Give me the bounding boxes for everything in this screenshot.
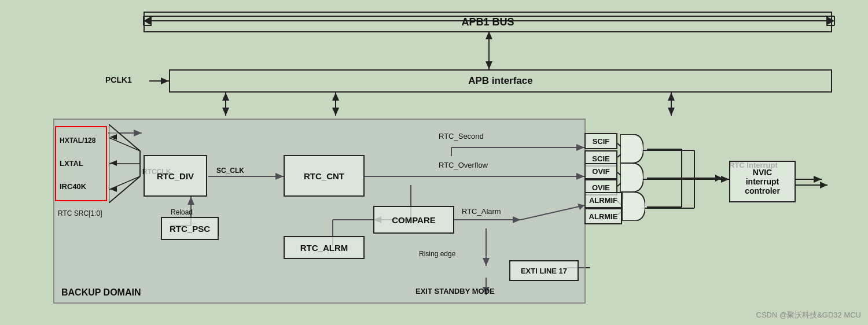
clock-source-hxtal: HXTAL/128 bbox=[60, 136, 102, 145]
svg-marker-14 bbox=[222, 108, 229, 116]
and-output-lines bbox=[647, 133, 740, 237]
apb1-bus-box: APB1 BUS bbox=[144, 12, 832, 32]
backup-domain-label: BACKUP DOMAIN bbox=[61, 287, 141, 298]
nvic-block: NVIC interrupt controler bbox=[729, 161, 796, 202]
rtc-div-block: RTC_DIV bbox=[144, 155, 207, 197]
svg-marker-18 bbox=[332, 93, 339, 101]
clock-source-lxtal: LXTAL bbox=[60, 159, 102, 168]
rtc-cnt-block: RTC_CNT bbox=[284, 155, 365, 197]
svg-marker-21 bbox=[668, 93, 675, 101]
mux-shape bbox=[109, 124, 141, 203]
svg-marker-12 bbox=[161, 77, 169, 84]
clock-sources-box: HXTAL/128 LXTAL IRC40K bbox=[55, 126, 107, 201]
and-gate-1 bbox=[620, 134, 643, 163]
svg-marker-20 bbox=[668, 108, 675, 116]
rtc-second-label: RTC_Second bbox=[439, 132, 484, 141]
svg-marker-84 bbox=[715, 175, 722, 182]
and-gate-3 bbox=[622, 192, 645, 221]
rtc-alarm-label: RTC_Alarm bbox=[462, 207, 501, 216]
rtc-alrm-block: RTC_ALRM bbox=[284, 236, 365, 259]
svg-marker-15 bbox=[222, 93, 229, 101]
rtc-diagram: APB1 BUS APB interface PCLK1 BACKUP DOMA… bbox=[0, 0, 868, 325]
apb1-bus-label: APB1 BUS bbox=[461, 16, 514, 28]
svg-marker-17 bbox=[332, 108, 339, 116]
rising-edge-label: Rising edge bbox=[419, 250, 455, 258]
svg-marker-10 bbox=[486, 31, 492, 39]
reload-label: Reload bbox=[171, 208, 193, 216]
watermark: CSDN @聚沃科技&GD32 MCU bbox=[756, 310, 862, 320]
apb-interface-box: APB interface bbox=[169, 69, 832, 93]
svg-marker-9 bbox=[486, 61, 492, 69]
pclk1-label: PCLK1 bbox=[105, 75, 132, 84]
and-gate-2 bbox=[620, 163, 643, 192]
scif-block: SCIF bbox=[584, 133, 617, 149]
sc-clk-label: SC_CLK bbox=[216, 167, 244, 175]
alrmif-block: ALRMIF bbox=[584, 192, 622, 208]
compare-block: COMPARE bbox=[373, 206, 454, 234]
clock-source-irc40k: IRC40K bbox=[60, 182, 102, 191]
exit-standby-label: EXIT STANDBY MODE bbox=[415, 287, 495, 296]
rtc-src-label: RTC SRC[1:0] bbox=[58, 209, 102, 217]
nvic-output-arrow bbox=[796, 179, 836, 191]
apb-interface-label: APB interface bbox=[468, 75, 532, 87]
svg-marker-86 bbox=[820, 182, 827, 189]
rtc-psc-block: RTC_PSC bbox=[161, 217, 219, 240]
alrmie-block: ALRMIE bbox=[584, 208, 622, 224]
rtc-overflow-label: RTC_Overflow bbox=[439, 161, 488, 169]
ovif-block: OVIF bbox=[584, 163, 617, 179]
exti-line17-block: EXTI LINE 17 bbox=[509, 260, 579, 281]
